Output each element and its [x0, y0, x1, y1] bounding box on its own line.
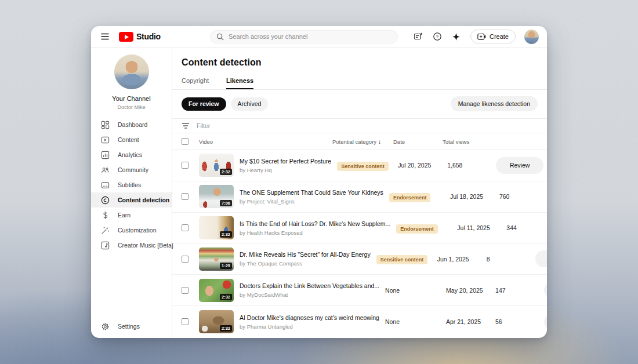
- product-name: Studio: [136, 32, 161, 41]
- video-date: May 20, 2025: [446, 287, 495, 294]
- youtube-play-icon: [119, 32, 133, 42]
- select-all-checkbox[interactable]: [182, 138, 188, 145]
- video-title[interactable]: The ONE Supplement That Could Save Your …: [240, 189, 383, 196]
- review-button[interactable]: Review: [496, 157, 543, 174]
- video-thumbnail[interactable]: 2:32: [199, 279, 234, 302]
- column-header-category[interactable]: Potential category ↓: [332, 139, 393, 145]
- video-author: by MyDocSaidWhat: [240, 292, 379, 298]
- video-date: Jul 11, 2025: [457, 224, 506, 231]
- sidebar-item-creator-music[interactable]: Creator Music [Beta]: [91, 238, 172, 253]
- column-header-date[interactable]: Date: [393, 139, 443, 145]
- duration-badge: 2:32: [220, 169, 232, 175]
- video-title[interactable]: Dr. Mike Reveals His "Secret" for All-Da…: [240, 251, 371, 258]
- sparkle-icon[interactable]: [451, 31, 462, 42]
- help-icon[interactable]: ?: [432, 31, 443, 42]
- video-title[interactable]: Is This the End of Hair Loss? Dr. Mike's…: [240, 220, 390, 227]
- category-badge: Endorsement: [389, 193, 431, 202]
- video-thumbnail[interactable]: 1:25: [199, 247, 234, 271]
- video-title[interactable]: My $10 Secret for Perfect Posture: [240, 158, 331, 165]
- table-row[interactable]: 2:32 Is This the End of Hair Loss? Dr. M…: [172, 213, 547, 244]
- table-row[interactable]: 1:25 Dr. Mike Reveals His "Secret" for A…: [172, 243, 547, 275]
- video-date: Jul 20, 2025: [398, 162, 447, 169]
- sidebar-item-subtitles[interactable]: Subtitles: [91, 177, 172, 192]
- video-date: Jun 1, 2025: [437, 256, 487, 263]
- filter-bar[interactable]: Filter: [172, 118, 547, 133]
- sort-descending-icon: ↓: [378, 139, 381, 145]
- sidebar-item-analytics[interactable]: Analytics: [91, 147, 172, 162]
- feedback-icon[interactable]: [413, 31, 423, 42]
- review-button[interactable]: Review: [535, 250, 547, 267]
- video-views: 1,658: [447, 162, 488, 169]
- channel-avatar[interactable]: [114, 54, 149, 89]
- row-checkbox[interactable]: [182, 256, 188, 263]
- table-row[interactable]: 2:32 My $10 Secret for Perfect Posture b…: [172, 150, 547, 181]
- table-row[interactable]: 2:32 Doctors Explain the Link Between Ve…: [172, 275, 547, 306]
- duration-badge: 2:32: [220, 231, 232, 238]
- video-thumbnail[interactable]: 7:06: [199, 185, 234, 208]
- account-avatar[interactable]: [524, 30, 539, 44]
- review-button[interactable]: Review: [544, 282, 547, 299]
- video-author: by Pharma Untangled: [240, 323, 379, 330]
- create-icon: [477, 33, 486, 41]
- video-title[interactable]: AI Doctor Mike's diagnoses my cat's weir…: [240, 314, 379, 321]
- studio-window: Studio Search across your channel ? Cre: [91, 26, 547, 338]
- table-row[interactable]: 2:32 AI Doctor Mike's diagnoses my cat's…: [172, 306, 547, 337]
- search-placeholder: Search across your channel: [229, 33, 307, 40]
- table-header: Video Potential category ↓ Date Total vi…: [172, 133, 547, 150]
- svg-text:?: ?: [436, 34, 439, 39]
- tab-likeness[interactable]: Likeness: [226, 77, 253, 89]
- video-author: by Hearty Hq: [240, 167, 331, 173]
- community-icon: [100, 165, 110, 174]
- table-row[interactable]: 7:06 The ONE Supplement That Could Save …: [172, 181, 547, 213]
- search-input[interactable]: Search across your channel: [210, 30, 398, 43]
- chip-for-review[interactable]: For review: [182, 97, 226, 111]
- category-none: None: [385, 287, 446, 294]
- sidebar-item-earn[interactable]: Earn: [91, 208, 172, 223]
- create-button[interactable]: Create: [470, 30, 516, 43]
- category-badge: Endorsement: [396, 224, 438, 234]
- analytics-icon: [100, 150, 110, 159]
- channel-handle: Doctor Mike: [117, 104, 145, 110]
- row-checkbox[interactable]: [182, 287, 188, 294]
- video-thumbnail[interactable]: 2:32: [199, 154, 234, 177]
- dollar-icon: [100, 210, 110, 220]
- sidebar-item-content-detection[interactable]: Content detection: [91, 192, 172, 208]
- video-thumbnail[interactable]: 2:32: [199, 310, 234, 333]
- video-thumbnail[interactable]: 2:32: [199, 216, 234, 239]
- dashboard-icon: [100, 120, 110, 129]
- chip-archived[interactable]: Archived: [231, 97, 269, 111]
- video-views: 344: [506, 224, 547, 231]
- video-views: 8: [487, 256, 527, 263]
- video-title[interactable]: Doctors Explain the Link Between Vegetab…: [240, 282, 379, 289]
- video-author: by The Opaque Compass: [240, 260, 371, 267]
- row-checkbox[interactable]: [182, 162, 188, 169]
- manage-likeness-detection-button[interactable]: Manage likeness detection: [451, 96, 538, 111]
- filter-placeholder: Filter: [197, 122, 210, 129]
- duration-badge: 1:25: [220, 263, 232, 269]
- review-button[interactable]: Review: [544, 314, 547, 330]
- column-header-views[interactable]: Total views: [443, 139, 483, 145]
- sidebar-item-content[interactable]: Content: [91, 132, 172, 147]
- row-checkbox[interactable]: [182, 193, 188, 200]
- video-views: 56: [495, 318, 536, 325]
- duration-badge: 2:32: [220, 325, 232, 332]
- wand-icon: [100, 225, 110, 235]
- channel-name: Your Channel: [112, 95, 150, 102]
- column-header-video[interactable]: Video: [199, 139, 332, 145]
- menu-icon[interactable]: [99, 31, 111, 42]
- sidebar-item-customization[interactable]: Customization: [91, 223, 172, 238]
- row-checkbox[interactable]: [182, 224, 188, 231]
- sidebar-item-settings[interactable]: Settings: [91, 319, 172, 334]
- sidebar-nav: Dashboard Content Analytics Community Su…: [91, 117, 172, 319]
- duration-badge: 7:06: [220, 200, 232, 206]
- sidebar-item-dashboard[interactable]: Dashboard: [91, 117, 172, 132]
- column-header-category-label: Potential category: [332, 139, 376, 145]
- sidebar-item-label: Community: [118, 166, 148, 173]
- tab-bar: Copyright Likeness: [172, 77, 547, 90]
- tab-copyright[interactable]: Copyright: [182, 77, 209, 89]
- sidebar-item-community[interactable]: Community: [91, 162, 172, 177]
- row-checkbox[interactable]: [182, 318, 188, 325]
- sidebar-item-label: Settings: [118, 323, 140, 330]
- youtube-studio-logo[interactable]: Studio: [119, 32, 161, 42]
- app-body: Your Channel Doctor Mike Dashboard Conte…: [91, 48, 547, 337]
